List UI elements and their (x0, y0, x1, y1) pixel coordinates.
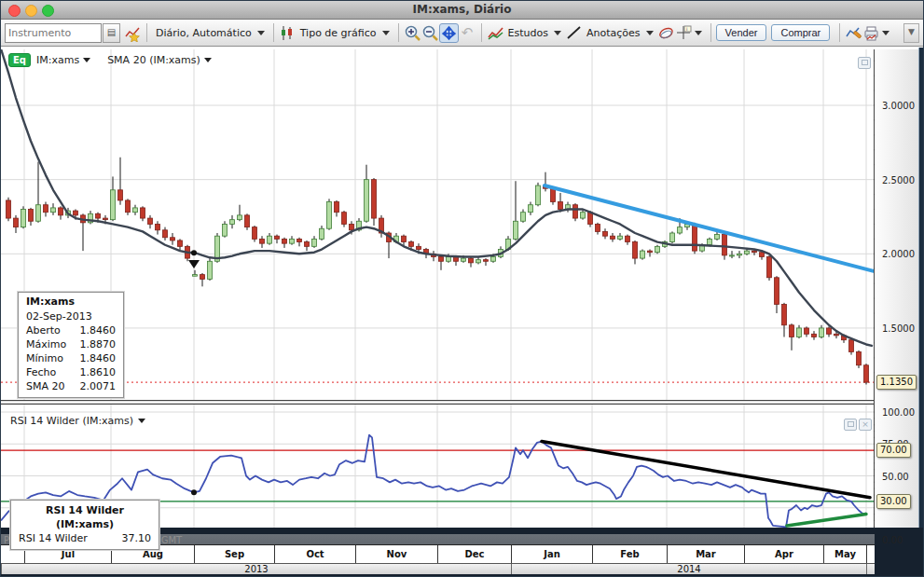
crosshair-info-icon[interactable]: i (675, 24, 693, 42)
instrument-search-input[interactable] (5, 23, 102, 43)
chart-region: Eq IM:xams SMA 20 (IM:xams) RSI 14 Wilde… (1, 48, 924, 577)
candlestick-icon (279, 24, 297, 42)
studies-icon (487, 24, 504, 42)
price-pane-legend: Eq IM:xams SMA 20 (IM:xams) (8, 53, 212, 67)
price-axis-label: 2.5000 (882, 174, 915, 185)
rsi-axis-label: 100.00 (882, 407, 915, 418)
tooltip-title: IM:xams (26, 295, 116, 308)
studies-label: Estudos (508, 27, 548, 39)
tooltip-row: Mínimo1.8460 (26, 351, 116, 365)
zoom-out-icon[interactable] (421, 24, 439, 42)
chevron-down-icon (138, 419, 145, 423)
period-dropdown[interactable]: Diário, Automático (152, 25, 269, 41)
zoom-in-icon[interactable] (404, 24, 421, 42)
print-export-icon[interactable] (862, 24, 880, 42)
last-price-callout: 1.1350 (876, 375, 917, 390)
buy-button[interactable]: Comprar (771, 24, 830, 41)
month-label: May (823, 545, 866, 563)
month-label: Sep (194, 545, 274, 563)
restore-pane-icon[interactable] (844, 419, 857, 431)
chevron-down-icon (382, 31, 390, 35)
instrument-legend-label: IM:xams (36, 54, 79, 66)
month-label: Apr (744, 545, 823, 563)
svg-text:i: i (686, 26, 687, 32)
sma-legend-label: SMA 20 (IM:xams) (107, 54, 200, 66)
annotations-dropdown[interactable]: Anotações (583, 25, 657, 41)
window-frame-right (918, 48, 924, 577)
tooltip-row: SMA 202.0071 (26, 379, 116, 393)
rsi-tooltip-label: RSI 14 Wilder (19, 531, 88, 545)
price-axis-label: 2.0000 (882, 249, 915, 259)
annotations-label: Anotações (586, 27, 641, 39)
eraser-icon[interactable] (657, 24, 675, 42)
month-label: Oct (274, 545, 355, 563)
title-bar: IM:xams, Diário (1, 1, 923, 20)
ohlc-tooltip: IM:xams 02-Sep-2013 Aberto1.8460Máximo1.… (18, 292, 124, 398)
oversold-level-callout: 30.00 (876, 494, 911, 509)
rsi-tooltip-value: 37.10 (122, 531, 152, 545)
app-window: IM:xams, Diário ▤ Diário, Automático Tip… (0, 0, 924, 577)
tooltip-row: Aberto1.8460 (26, 323, 116, 337)
chevron-down-icon (554, 31, 561, 35)
window-title: IM:xams, Diário (1, 3, 923, 16)
rsi-legend-label: RSI 14 Wilder (IM:xams) (10, 415, 133, 427)
undo-icon: ↶ (459, 24, 476, 42)
toolbar-overflow-button[interactable]: ▼ (903, 23, 919, 43)
instrument-lookup-icon[interactable]: ▤ (103, 23, 120, 43)
chevron-down-icon (204, 58, 212, 62)
price-axis-label: 1.5000 (882, 323, 915, 333)
rsi-axis-label: 50.00 (882, 471, 909, 481)
chevron-down-icon (646, 31, 654, 35)
month-label: Mar (667, 545, 744, 563)
toolbar: ▤ Diário, Automático Tipo de gráfico (1, 20, 923, 47)
month-label: Jan (511, 545, 592, 563)
annotations-icon (565, 24, 583, 42)
chevron-down-icon (83, 58, 90, 62)
chart-type-label: Tipo de gráfico (300, 27, 377, 39)
chevron-down-icon[interactable] (695, 31, 702, 35)
equity-badge: Eq (8, 53, 31, 67)
pan-tool-icon[interactable] (439, 23, 459, 43)
restore-pane-icon[interactable] (858, 57, 871, 69)
tooltip-date: 02-Sep-2013 (26, 309, 116, 323)
rsi-tooltip: RSI 14 Wilder (IM:xams) RSI 14 Wilder 37… (10, 500, 159, 550)
period-dropdown-label: Diário, Automático (156, 27, 252, 39)
chevron-down-icon (257, 31, 265, 35)
chart-type-dropdown[interactable]: Tipo de gráfico (297, 25, 393, 41)
chevron-down-icon[interactable] (882, 31, 890, 35)
year-label: 2014 (511, 564, 866, 574)
sma-legend-dropdown[interactable]: SMA 20 (IM:xams) (107, 54, 212, 66)
sell-button[interactable]: Vender (716, 24, 767, 41)
month-label: Feb (592, 545, 667, 563)
instrument-legend-dropdown[interactable]: IM:xams (36, 54, 90, 66)
chart-canvas[interactable] (1, 46, 918, 576)
studies-dropdown[interactable]: Estudos (504, 25, 565, 41)
overbought-level-callout: 70.00 (876, 443, 911, 458)
year-band: 20132014 (1, 564, 875, 574)
year-label: 2013 (1, 564, 511, 574)
rsi-pane-legend[interactable]: RSI 14 Wilder (IM:xams) (10, 415, 145, 427)
chart-settings-icon[interactable] (845, 24, 862, 42)
rsi-axis-label: 0.00 (882, 535, 903, 545)
month-label: Nov (355, 545, 437, 563)
close-pane-icon[interactable]: × (859, 419, 872, 431)
tooltip-row: Máximo1.8870 (26, 337, 116, 351)
tooltip-row: Fecho1.8610 (26, 365, 116, 379)
price-axis-label: 3.0000 (882, 101, 915, 111)
rsi-tooltip-title: RSI 14 Wilder (IM:xams) (19, 503, 151, 531)
favorites-chart-icon[interactable] (124, 24, 142, 42)
month-label: Dec (437, 545, 511, 563)
